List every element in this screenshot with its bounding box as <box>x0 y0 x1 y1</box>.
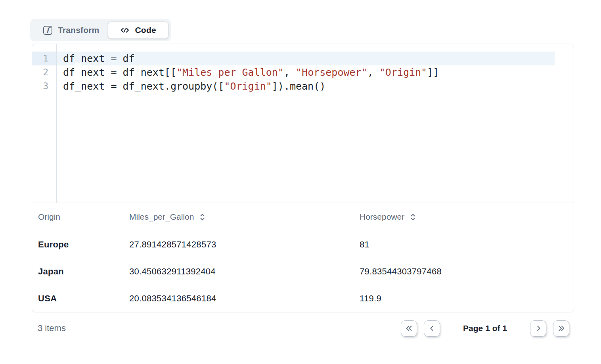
tab-transform-label: Transform <box>58 25 100 35</box>
gutter-divider <box>56 44 57 203</box>
code-token: df_next = df_next.groupby([ <box>63 80 224 92</box>
column-header-label: Miles_per_Gallon <box>129 212 194 222</box>
editor-line[interactable]: 1df_next = df <box>32 52 574 65</box>
value-cell: 79.83544303797468 <box>360 266 574 277</box>
table-footer: 3 items Page 1 of 1 <box>32 313 574 343</box>
row-index-cell: USA <box>32 293 129 304</box>
table-header-row: Origin Miles_per_Gallon Horsepower <box>32 203 574 231</box>
result-table: Origin Miles_per_Gallon Horsepower <box>32 203 574 312</box>
line-number: 2 <box>32 65 56 79</box>
string-token: "Miles_per_Gallon" <box>176 67 284 78</box>
table-row: USA20.083534136546184119.9 <box>32 285 574 312</box>
chevrons-left-icon <box>405 324 413 333</box>
code-token: df_next = df_next[[ <box>63 67 176 78</box>
column-header-miles-per-gallon[interactable]: Miles_per_Gallon <box>129 212 360 222</box>
table-row: Japan30.45063291139240479.83544303797468 <box>32 258 574 285</box>
row-index-cell: Japan <box>32 266 129 277</box>
app-window: ƒ Transform Code 1df_next = df2df_next =… <box>0 0 601 364</box>
editor-line[interactable]: 3df_next = df_next.groupby(["Origin"]).m… <box>32 79 574 93</box>
value-cell: 81 <box>360 239 574 250</box>
value-cell: 27.891428571428573 <box>129 239 360 250</box>
code-token: df_next = df <box>63 53 135 64</box>
tab-code[interactable]: Code <box>108 22 168 38</box>
value-cell: 20.083534136546184 <box>129 293 360 304</box>
column-header-origin[interactable]: Origin <box>32 212 129 222</box>
chevrons-right-icon <box>557 324 566 333</box>
code-line-text[interactable]: df_next = df <box>56 52 555 65</box>
sort-icon[interactable] <box>410 213 416 221</box>
value-cell: 119.9 <box>360 293 574 304</box>
chevron-left-icon <box>428 324 436 333</box>
code-token: , <box>367 67 379 78</box>
function-icon: ƒ <box>43 26 52 35</box>
code-line-text[interactable]: df_next = df_next.groupby(["Origin"]).me… <box>56 79 555 93</box>
page-indicator: Page 1 of 1 <box>463 324 507 333</box>
editor-line[interactable]: 2df_next = df_next[["Miles_per_Gallon", … <box>32 65 574 79</box>
sort-icon[interactable] <box>199 213 205 221</box>
view-tabbar: ƒ Transform Code <box>30 19 171 41</box>
result-panel: 1df_next = df2df_next = df_next[["Miles_… <box>32 44 574 312</box>
line-number: 3 <box>32 79 56 93</box>
code-icon <box>120 25 130 35</box>
column-header-label: Origin <box>38 212 60 222</box>
tab-transform[interactable]: ƒ Transform <box>33 22 108 38</box>
code-line-text[interactable]: df_next = df_next[["Miles_per_Gallon", "… <box>56 65 555 79</box>
string-token: "Origin" <box>379 67 427 78</box>
editor-lines: 1df_next = df2df_next = df_next[["Miles_… <box>32 52 574 93</box>
code-editor[interactable]: 1df_next = df2df_next = df_next[["Miles_… <box>32 44 574 203</box>
tab-code-label: Code <box>135 25 156 35</box>
table-body: Europe27.89142857142857381Japan30.450632… <box>32 231 574 312</box>
code-token: ]] <box>427 67 439 78</box>
table-row: Europe27.89142857142857381 <box>32 231 574 258</box>
pagination: Page 1 of 1 <box>401 320 569 337</box>
column-header-horsepower[interactable]: Horsepower <box>360 212 574 222</box>
row-index-cell: Europe <box>32 239 129 250</box>
string-token: "Horsepower" <box>296 67 367 78</box>
previous-page-button[interactable] <box>424 320 440 337</box>
code-token: ]).mean() <box>272 80 325 92</box>
value-cell: 30.450632911392404 <box>129 266 360 277</box>
chevron-right-icon <box>534 324 543 333</box>
code-token: , <box>284 67 296 78</box>
first-page-button[interactable] <box>401 320 417 337</box>
last-page-button[interactable] <box>553 320 569 337</box>
line-number: 1 <box>32 52 56 65</box>
next-page-button[interactable] <box>530 320 546 337</box>
string-token: "Origin" <box>224 80 272 92</box>
column-header-label: Horsepower <box>360 212 404 222</box>
items-count: 3 items <box>38 323 66 333</box>
